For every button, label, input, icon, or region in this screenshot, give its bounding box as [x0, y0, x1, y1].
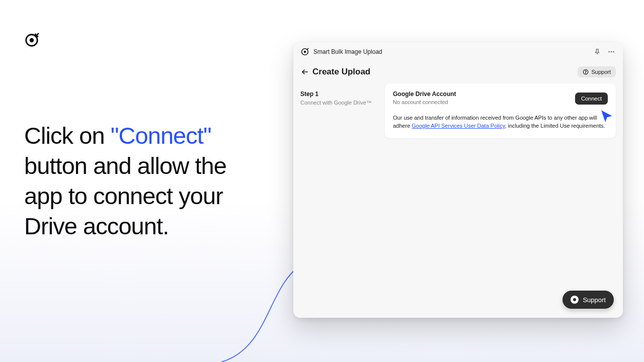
card-title: Google Drive Account	[393, 90, 456, 98]
support-button[interactable]: Support	[578, 66, 616, 77]
policy-link[interactable]: Google API Services User Data Policy	[412, 123, 505, 129]
support-fab-label: Support	[583, 296, 606, 304]
hero-prefix: Click on	[24, 122, 111, 149]
back-arrow-icon[interactable]	[300, 67, 309, 76]
pin-icon[interactable]	[593, 47, 602, 56]
hero-instruction: Click on "Connect" button and allow the …	[24, 121, 266, 242]
policy-text: Our use and transfer of information rece…	[393, 114, 608, 130]
svg-point-1	[30, 38, 34, 42]
support-fab[interactable]: Support	[562, 291, 614, 309]
connect-button[interactable]: Connect	[575, 93, 608, 105]
svg-point-4	[608, 51, 609, 52]
svg-point-6	[613, 51, 614, 52]
policy-suffix: , including the Limited Use requirements…	[505, 123, 605, 129]
more-icon[interactable]	[607, 47, 616, 56]
svg-point-3	[304, 51, 306, 53]
chat-icon	[571, 296, 579, 304]
support-button-label: Support	[591, 69, 611, 75]
step-subtitle: Connect with Google Drive™	[300, 100, 378, 106]
app-title: Smart Bulk Image Upload	[313, 48, 593, 55]
brand-logo	[24, 33, 39, 50]
app-window: Smart Bulk Image Upload	[293, 42, 623, 318]
step-sidebar: Step 1 Connect with Google Drive™	[300, 83, 378, 138]
card-subtitle: No account connected	[393, 99, 456, 105]
step-title: Step 1	[300, 90, 378, 98]
hero-highlight: "Connect"	[111, 122, 211, 149]
window-titlebar: Smart Bulk Image Upload	[293, 42, 623, 61]
page-header: Create Upload Support	[293, 61, 623, 83]
app-icon	[300, 47, 309, 56]
hero-suffix: button and allow the app to connect your…	[24, 152, 226, 239]
content-area: Step 1 Connect with Google Drive™ Google…	[293, 83, 623, 138]
svg-point-8	[586, 73, 586, 73]
page-title: Create Upload	[312, 67, 578, 77]
connect-card: Google Drive Account No account connecte…	[385, 83, 616, 138]
svg-point-5	[611, 51, 612, 52]
